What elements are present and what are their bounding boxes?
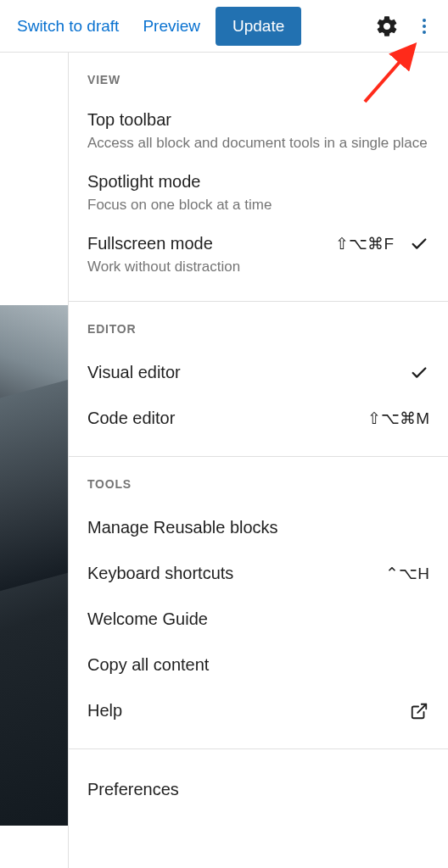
menu-item-welcome-guide[interactable]: Welcome Guide	[69, 596, 448, 642]
svg-point-0	[423, 19, 426, 22]
menu-item-top-toolbar[interactable]: Top toolbar Access all block and documen…	[69, 100, 448, 162]
menu-item-title: Visual editor	[87, 361, 399, 383]
menu-item-reusable-blocks[interactable]: Manage Reusable blocks	[69, 504, 448, 550]
menu-item-code-editor[interactable]: Code editor ⇧⌥⌘M	[69, 395, 448, 441]
menu-item-description: Access all block and document tools in a…	[87, 134, 429, 153]
menu-item-title: Welcome Guide	[87, 608, 429, 630]
menu-group-editor: EDITOR Visual editor Code editor ⇧⌥⌘M	[69, 302, 448, 457]
preview-link[interactable]: Preview	[134, 12, 209, 41]
menu-item-preferences[interactable]: Preferences	[69, 766, 448, 812]
menu-group-heading: TOOLS	[69, 474, 448, 504]
menu-item-title: Keyboard shortcuts	[87, 562, 375, 584]
menu-group-view: VIEW Top toolbar Access all block and do…	[69, 53, 448, 302]
menu-item-title: Top toolbar	[87, 108, 429, 131]
more-options-menu: VIEW Top toolbar Access all block and do…	[68, 53, 448, 868]
menu-item-title: Spotlight mode	[87, 170, 429, 192]
switch-to-draft-link[interactable]: Switch to draft	[8, 12, 127, 41]
svg-point-1	[423, 25, 426, 28]
menu-item-keyboard-shortcuts[interactable]: Keyboard shortcuts ⌃⌥H	[69, 550, 448, 596]
menu-item-title: Copy all content	[87, 654, 429, 676]
check-icon	[409, 363, 429, 383]
menu-item-visual-editor[interactable]: Visual editor	[69, 349, 448, 395]
settings-gear-icon[interactable]	[372, 11, 402, 42]
menu-item-title: Manage Reusable blocks	[87, 516, 429, 538]
menu-item-copy-all[interactable]: Copy all content	[69, 642, 448, 687]
menu-item-description: Work without distraction	[87, 258, 325, 277]
cover-image	[0, 305, 68, 826]
menu-item-title: Help	[87, 699, 399, 721]
editor-topbar: Switch to draft Preview Update	[0, 0, 448, 53]
menu-group-tools: TOOLS Manage Reusable blocks Keyboard sh…	[69, 457, 448, 749]
menu-item-fullscreen-mode[interactable]: Fullscreen mode Work without distraction…	[69, 224, 448, 286]
menu-item-title: Preferences	[87, 778, 429, 800]
external-link-icon	[409, 701, 429, 721]
check-icon	[409, 234, 429, 254]
keyboard-shortcut: ⇧⌥⌘M	[367, 409, 429, 428]
menu-item-title: Code editor	[87, 407, 357, 429]
keyboard-shortcut: ⌃⌥H	[385, 564, 429, 583]
menu-group-heading: VIEW	[69, 70, 448, 100]
menu-item-description: Focus on one block at a time	[87, 196, 429, 215]
menu-group-heading: EDITOR	[69, 319, 448, 349]
keyboard-shortcut: ⇧⌥⌘F	[335, 234, 394, 253]
svg-line-3	[417, 704, 426, 713]
menu-item-spotlight-mode[interactable]: Spotlight mode Focus on one block at a t…	[69, 162, 448, 224]
svg-point-2	[423, 31, 426, 34]
menu-item-help[interactable]: Help	[69, 687, 448, 733]
update-button[interactable]: Update	[216, 7, 301, 46]
menu-group-preferences: Preferences	[69, 749, 448, 827]
menu-item-title: Fullscreen mode	[87, 232, 325, 254]
more-options-icon[interactable]	[409, 11, 440, 42]
